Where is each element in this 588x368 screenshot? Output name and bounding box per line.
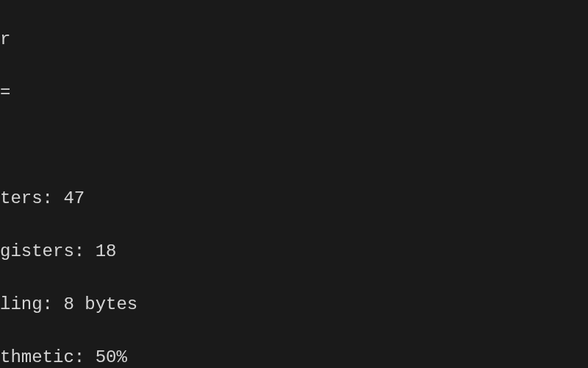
stat-spilling: ling: 8 bytes [0, 291, 588, 318]
stat-registers2: gisters: 18 [0, 238, 588, 265]
registers2-label: gisters: [0, 241, 85, 261]
registers-label: ters: [0, 188, 53, 208]
fragment-line-2: = [0, 79, 588, 106]
stat-arithmetic: thmetic: 50% [0, 344, 588, 368]
spilling-label: ling: [0, 294, 53, 314]
arithmetic-value: 50% [96, 347, 127, 367]
spilling-value: 8 bytes [63, 294, 137, 314]
stat-registers: ters: 47 [0, 185, 588, 212]
terminal-output: r = ters: 47 gisters: 18 ling: 8 bytes t… [0, 0, 588, 368]
arithmetic-label: thmetic: [0, 347, 85, 367]
blank-line [0, 132, 588, 159]
fragment-line-1: r [0, 26, 588, 53]
registers2-value: 18 [96, 241, 117, 261]
registers-value: 47 [63, 188, 85, 208]
